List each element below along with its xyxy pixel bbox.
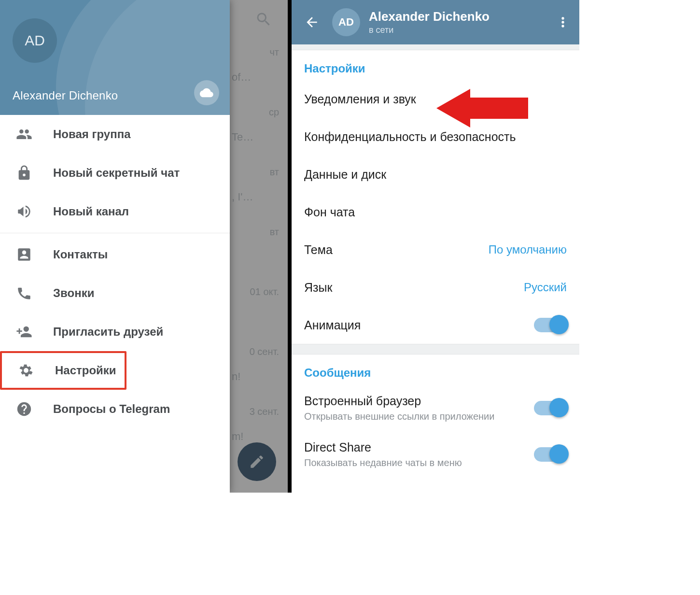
row-chat-background[interactable]: Фон чата: [292, 193, 579, 231]
toggle-switch[interactable]: [534, 447, 567, 462]
row-inapp-browser[interactable]: Встроенный браузер Открывать внешние ссы…: [292, 384, 579, 431]
appbar: AD Alexander Dichenko в сети: [292, 0, 579, 44]
row-label: Анимация: [304, 318, 361, 332]
section-header-messages: Сообщения: [292, 354, 579, 384]
row-value: Русский: [524, 281, 567, 294]
menu-label: Новый канал: [53, 205, 129, 218]
group-icon: [14, 125, 34, 144]
toggle-switch[interactable]: [534, 318, 567, 332]
menu-label: Настройки: [55, 364, 116, 377]
menu-calls[interactable]: Звонки: [0, 274, 230, 312]
menu-new-group[interactable]: Новая группа: [0, 115, 230, 154]
row-label: Конфиденциальность и безопасность: [304, 130, 516, 144]
toggle-switch[interactable]: [534, 401, 567, 415]
drawer-header[interactable]: AD Alexander Dichenko: [0, 0, 230, 115]
menu-faq[interactable]: Вопросы о Telegram: [0, 390, 230, 428]
row-data-storage[interactable]: Данные и диск: [292, 156, 579, 193]
row-label: Тема: [304, 243, 333, 257]
row-privacy[interactable]: Конфиденциальность и безопасность: [292, 118, 579, 156]
back-button[interactable]: [300, 11, 323, 34]
menu-label: Вопросы о Telegram: [53, 402, 170, 416]
menu-settings[interactable]: Настройки: [0, 351, 126, 390]
row-theme[interactable]: Тема По умолчанию: [292, 231, 579, 269]
menu-new-channel[interactable]: Новый канал: [0, 192, 230, 231]
left-screenshot: чтof… срTe… вт, I'… вт 01 окт. 0 сент.n!…: [0, 0, 288, 493]
help-icon: [14, 399, 34, 419]
contact-icon: [14, 245, 34, 264]
screenshot-divider: [288, 0, 292, 493]
menu-new-secret-chat[interactable]: Новый секретный чат: [0, 154, 230, 192]
megaphone-icon: [14, 202, 34, 221]
row-language[interactable]: Язык Русский: [292, 269, 579, 306]
menu-label: Новая группа: [53, 128, 130, 141]
phone-icon: [14, 283, 34, 303]
gear-icon: [16, 361, 36, 380]
appbar-title: Alexander Dichenko: [369, 9, 543, 24]
drawer-username: Alexander Dichenko: [13, 89, 118, 102]
row-description: Открывать внешние ссылки в приложении: [304, 411, 494, 422]
row-direct-share[interactable]: Direct Share Показывать недавние чаты в …: [292, 431, 579, 477]
saved-messages-cloud-icon[interactable]: [194, 80, 219, 105]
row-description: Показывать недавние чаты в меню: [304, 457, 462, 468]
row-notifications[interactable]: Уведомления и звук: [292, 80, 579, 118]
appbar-subtitle: в сети: [369, 25, 543, 35]
menu-separator: [0, 233, 230, 233]
menu-label: Контакты: [53, 248, 108, 261]
navigation-drawer: AD Alexander Dichenko Новая группа Новый…: [0, 0, 230, 493]
lock-icon: [14, 163, 34, 183]
row-label: Данные и диск: [304, 168, 386, 182]
row-animation[interactable]: Анимация: [292, 306, 579, 344]
appbar-avatar[interactable]: AD: [332, 8, 360, 36]
menu-label: Звонки: [53, 286, 94, 300]
menu-label: Новый секретный чат: [53, 166, 180, 180]
menu-contacts[interactable]: Контакты: [0, 235, 230, 274]
menu-label: Пригласить друзей: [53, 325, 163, 339]
person-add-icon: [14, 322, 34, 341]
right-screenshot: AD Alexander Dichenko в сети Настройки У…: [292, 0, 579, 493]
menu-invite-friends[interactable]: Пригласить друзей: [0, 312, 230, 351]
row-label: Язык: [304, 281, 332, 295]
row-label: Direct Share: [304, 440, 462, 454]
row-label: Встроенный браузер: [304, 394, 494, 408]
section-header-settings: Настройки: [292, 50, 579, 80]
section-gap: [292, 44, 579, 50]
more-menu-button[interactable]: [551, 11, 574, 34]
row-label: Фон чата: [304, 205, 355, 219]
row-value: По умолчанию: [489, 243, 567, 256]
avatar[interactable]: AD: [13, 18, 57, 63]
section-gap: [292, 344, 579, 354]
settings-scroll[interactable]: Настройки Уведомления и звук Конфиденциа…: [292, 44, 579, 477]
row-label: Уведомления и звук: [304, 92, 416, 106]
